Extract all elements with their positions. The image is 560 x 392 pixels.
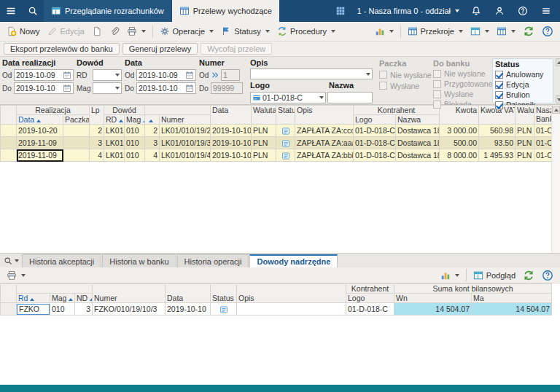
- cell-mag[interactable]: 010: [50, 303, 75, 315]
- cell-rd[interactable]: LK01: [104, 137, 125, 149]
- col-logo[interactable]: Logo: [354, 115, 396, 125]
- scroll-up-button[interactable]: [552, 106, 560, 114]
- main-menu-button[interactable]: [0, 0, 22, 22]
- cell-waluta[interactable]: PLN: [252, 149, 276, 162]
- operations-menu-button[interactable]: Operacje: [156, 25, 218, 38]
- generate-transfers-button[interactable]: Generuj przelewy: [122, 43, 198, 55]
- edit-button[interactable]: Edycja: [44, 25, 88, 38]
- cell-walut[interactable]: PLN: [516, 137, 534, 149]
- cell-opis[interactable]: ZAPŁATA ZA:ccc: [295, 125, 354, 137]
- view-options-button[interactable]: [493, 25, 519, 38]
- checkbox-dobanku-przygotowane[interactable]: [433, 80, 441, 88]
- row-selector-cell[interactable]: [1, 137, 17, 149]
- col-opis[interactable]: Opis: [237, 284, 346, 303]
- col-mag[interactable]: Mag: [50, 294, 75, 303]
- cell-wn[interactable]: 14 504.07: [394, 303, 472, 315]
- col-paczka[interactable]: Paczka: [63, 115, 90, 125]
- col-ma[interactable]: Ma: [472, 294, 552, 303]
- col-rd[interactable]: Rd: [17, 294, 50, 303]
- statuses-menu-button[interactable]: Statusy: [217, 25, 273, 38]
- cell-rd[interactable]: LK01: [104, 125, 125, 137]
- cell-numer[interactable]: LK01/010/19/2: [160, 125, 211, 137]
- cell-realizacja[interactable]: 2019-11-09: [17, 137, 63, 149]
- checkbox-status-edycja[interactable]: [495, 81, 503, 89]
- logo-filter-select[interactable]: 01-D-018-C: [250, 92, 326, 103]
- help-button[interactable]: [512, 6, 534, 16]
- table-row-selected[interactable]: 2019-11-09 4 LK01 010 4 LK01/010/19/4 20…: [1, 149, 552, 162]
- cell-rd-editing[interactable]: FZKO: [17, 303, 50, 315]
- row-selector-cell[interactable]: [1, 125, 17, 137]
- col-numer[interactable]: Numer: [93, 284, 166, 303]
- cell-kwota-vat[interactable]: 93.50: [479, 137, 516, 149]
- cell-kwota-vat[interactable]: 560.98: [479, 125, 516, 137]
- numer-do-input[interactable]: 99999: [211, 82, 243, 94]
- tab-historia-w-banku[interactable]: Historia w banku: [102, 254, 176, 267]
- cell-numer[interactable]: FZKO/010/19/10/3: [93, 303, 166, 315]
- cell-status[interactable]: [276, 149, 295, 162]
- col-status[interactable]: Status: [211, 284, 237, 303]
- tab-historia-akceptacji[interactable]: Historia akceptacji: [22, 254, 101, 267]
- print-button[interactable]: [123, 25, 149, 38]
- data-od-input[interactable]: 2019-10-09: [136, 69, 196, 81]
- cell-data[interactable]: 2019-10-10: [211, 149, 252, 162]
- checkbox-status-dziennik[interactable]: [495, 101, 503, 109]
- col-band-kontrahent[interactable]: Kontrahent: [346, 284, 394, 294]
- data-do-input[interactable]: 2019-10-10: [136, 82, 196, 94]
- cell-walut[interactable]: PLN: [516, 149, 534, 162]
- detail-panel-menu-button[interactable]: [1, 254, 21, 267]
- rd-edit-input[interactable]: FZKO: [17, 304, 50, 315]
- cell-nd[interactable]: 3: [145, 137, 160, 149]
- checkbox-dobanku-wyslane[interactable]: [433, 90, 441, 98]
- col-opis[interactable]: Opis: [295, 106, 354, 125]
- col-rd[interactable]: RD: [104, 115, 125, 125]
- cell-nd[interactable]: 2: [145, 125, 160, 137]
- col-band-suma[interactable]: Suma kont bilansowych: [394, 284, 552, 294]
- col-band-kontrahent[interactable]: Kontrahent: [354, 106, 440, 115]
- detail-help-button[interactable]: [538, 268, 557, 283]
- procedures-menu-button[interactable]: Procedury: [273, 25, 339, 38]
- select-all-header[interactable]: [1, 106, 17, 125]
- layout-menu-button[interactable]: [467, 25, 493, 38]
- withdraw-transfer-button[interactable]: Wycofaj przelew: [201, 43, 272, 55]
- cell-paczka[interactable]: [63, 125, 90, 137]
- col-kwota[interactable]: Kwota: [440, 106, 479, 125]
- cell-kwota[interactable]: 8 000.00: [440, 149, 479, 162]
- dowod-rd-select[interactable]: [93, 69, 122, 81]
- cell-waluta[interactable]: PLN: [252, 125, 276, 137]
- checkbox-status-brulion[interactable]: [495, 91, 503, 99]
- cell-nd[interactable]: 3: [75, 303, 93, 315]
- cell-status[interactable]: [211, 303, 237, 315]
- dowod-mag-select[interactable]: [93, 82, 122, 94]
- select-all-header[interactable]: [1, 284, 17, 303]
- cell-nasz-bank[interactable]: 01-C-00: [534, 149, 551, 162]
- cell-paczka[interactable]: [63, 137, 90, 149]
- cell-lp[interactable]: 4: [90, 149, 104, 162]
- col-logo[interactable]: Logo: [346, 294, 394, 303]
- cell-logo[interactable]: 01-D-018-C: [354, 149, 396, 162]
- checkbox-paczka-wyslane[interactable]: [379, 82, 387, 90]
- cell-realizacja-focused[interactable]: 2019-11-09: [17, 149, 63, 162]
- cell-kwota-vat[interactable]: 1 495.93: [479, 149, 516, 162]
- col-band-dowod[interactable]: Dowód: [104, 106, 145, 115]
- opis-filter-select[interactable]: [250, 68, 373, 79]
- row-selector-cell[interactable]: [1, 149, 17, 162]
- col-nazwa[interactable]: Nazwa: [396, 115, 440, 125]
- col-waluta[interactable]: Waluta: [252, 106, 276, 125]
- cell-logo[interactable]: 01-D-018-C: [346, 303, 394, 315]
- cell-realizacja[interactable]: 2019-10-20: [17, 125, 63, 137]
- refresh-button[interactable]: [519, 24, 538, 39]
- data-realizacji-od-input[interactable]: 2019-10-09: [14, 69, 74, 81]
- detail-print-button[interactable]: [3, 269, 29, 282]
- cell-logo[interactable]: 01-D-018-C: [354, 125, 396, 137]
- table-row[interactable]: 2019-11-09 3 LK01 010 3 LK01/010/19/3 20…: [1, 137, 552, 149]
- cell-lp[interactable]: 3: [90, 137, 104, 149]
- cell-data[interactable]: 2019-10-10: [166, 303, 211, 315]
- scroll-down-button[interactable]: [556, 95, 560, 103]
- cell-rd[interactable]: LK01: [104, 149, 125, 162]
- help-toolbar-button[interactable]: [538, 24, 557, 39]
- col-mag[interactable]: Mag: [125, 115, 145, 125]
- cell-waluta[interactable]: PLN: [252, 137, 276, 149]
- cell-walut[interactable]: PLN: [516, 125, 534, 137]
- row-selector-cell[interactable]: [1, 303, 17, 315]
- cell-ma[interactable]: 14 504.07: [472, 303, 552, 315]
